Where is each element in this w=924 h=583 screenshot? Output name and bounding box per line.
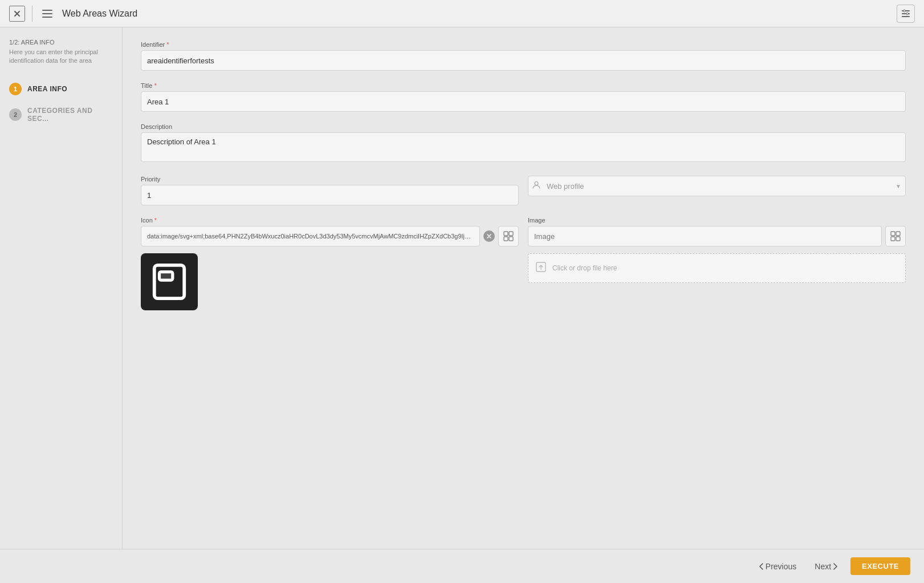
image-label: Image	[528, 217, 906, 224]
svg-point-8	[535, 182, 538, 185]
identifier-input[interactable]	[141, 50, 906, 71]
identifier-label: Identifier *	[141, 41, 906, 48]
svg-rect-6	[903, 10, 905, 12]
upload-icon	[535, 261, 547, 276]
svg-rect-16	[891, 232, 895, 236]
svg-rect-1	[42, 13, 52, 14]
step-heading: 1/2: AREA INFO Here you can enter the pr…	[9, 39, 113, 66]
svg-rect-18	[891, 237, 895, 241]
svg-rect-17	[896, 232, 900, 236]
icon-clear-button[interactable]	[483, 230, 495, 242]
identifier-required: *	[166, 41, 169, 48]
identifier-row: Identifier *	[141, 41, 906, 71]
sidebar: 1/2: AREA INFO Here you can enter the pr…	[0, 27, 123, 549]
drop-text: Click or drop file here	[552, 264, 617, 272]
image-input-container	[528, 226, 906, 246]
priority-profile-row: Priority Web profile ▼	[141, 176, 906, 205]
title-label: Title *	[141, 82, 906, 89]
step-list: 1 AREA INFO 2 CATEGORIES AND SEC...	[9, 79, 113, 126]
description-label: Description	[141, 123, 906, 130]
icon-input-container	[141, 226, 519, 246]
svg-rect-7	[906, 13, 908, 15]
title-required: *	[154, 82, 156, 89]
svg-rect-15	[160, 272, 173, 281]
page-title: Web Areas Wizard	[62, 9, 890, 19]
execute-button[interactable]: EXECUTE	[850, 557, 910, 575]
next-button[interactable]: Next	[809, 558, 844, 574]
header-divider	[32, 6, 32, 22]
description-input[interactable]: Description of Area 1	[141, 132, 906, 162]
image-picker-button[interactable]	[885, 226, 906, 246]
image-input[interactable]	[528, 226, 882, 246]
svg-rect-11	[504, 237, 508, 241]
step-description: Here you can enter the principal identif…	[9, 48, 113, 66]
icon-preview	[141, 253, 198, 310]
svg-rect-9	[504, 232, 508, 236]
web-profile-wrapper: Web profile ▼	[528, 176, 906, 196]
icon-field: Icon *	[141, 217, 519, 310]
image-drop-zone[interactable]: Click or drop file here	[528, 253, 906, 283]
list-icon	[39, 6, 55, 22]
step-label: 1/2: AREA INFO	[9, 39, 113, 46]
priority-input[interactable]	[141, 185, 519, 205]
svg-rect-0	[42, 10, 52, 11]
icon-label: Icon *	[141, 217, 519, 224]
svg-rect-4	[902, 13, 910, 14]
settings-icon[interactable]	[897, 5, 915, 23]
image-field: Image	[528, 217, 906, 310]
step-name-area-info: AREA INFO	[27, 85, 67, 93]
priority-label: Priority	[141, 176, 519, 183]
svg-rect-19	[896, 237, 900, 241]
icon-input[interactable]	[141, 226, 480, 246]
step-name-categories: CATEGORIES AND SEC...	[27, 107, 113, 123]
svg-rect-5	[902, 16, 910, 17]
description-row: Description Description of Area 1	[141, 123, 906, 164]
title-input[interactable]	[141, 91, 906, 112]
sidebar-item-categories[interactable]: 2 CATEGORIES AND SEC...	[9, 103, 113, 126]
svg-rect-3	[902, 10, 910, 11]
step-number-1: 1	[9, 83, 22, 95]
svg-rect-2	[42, 17, 52, 18]
icon-picker-button[interactable]	[498, 226, 519, 246]
web-profile-select[interactable]: Web profile	[528, 176, 906, 196]
web-profile-col: Web profile ▼	[528, 176, 906, 205]
close-button[interactable]	[9, 6, 25, 22]
sidebar-item-area-info[interactable]: 1 AREA INFO	[9, 79, 113, 99]
app-header: Web Areas Wizard	[0, 0, 924, 27]
svg-rect-12	[509, 237, 513, 241]
title-row: Title *	[141, 82, 906, 112]
priority-col: Priority	[141, 176, 519, 205]
form-content: Identifier * Title * Description Descrip…	[123, 27, 924, 549]
footer: Previous Next EXECUTE	[0, 549, 924, 583]
svg-rect-13	[154, 265, 185, 298]
step-number-2: 2	[9, 108, 22, 121]
icon-required: *	[154, 217, 157, 224]
svg-rect-10	[509, 232, 513, 236]
main-layout: 1/2: AREA INFO Here you can enter the pr…	[0, 27, 924, 549]
previous-button[interactable]: Previous	[753, 558, 802, 574]
person-icon	[532, 181, 540, 191]
icon-image-row: Icon *	[141, 217, 906, 310]
